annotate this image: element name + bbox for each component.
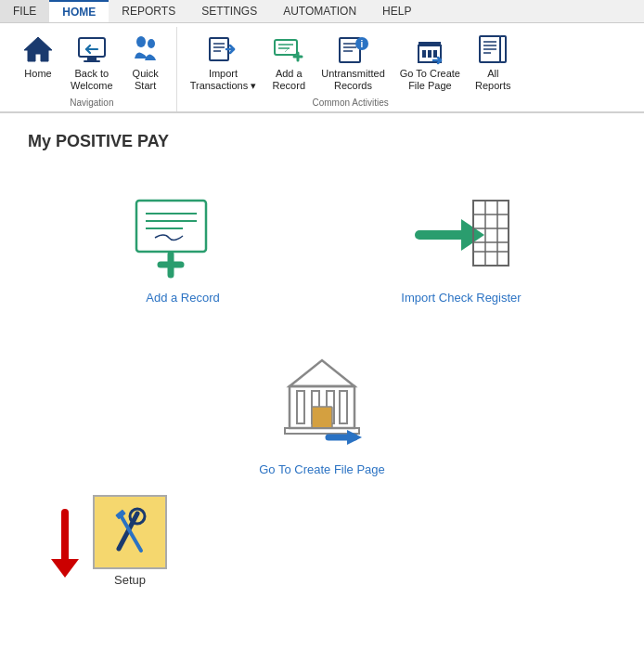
ribbon-home-button[interactable]: Home (15, 29, 61, 96)
ribbon-common-label: Common Activities (185, 98, 517, 110)
ribbon-allreports-label: AllReports (475, 68, 511, 92)
quickstart-icon (129, 32, 162, 66)
svg-rect-26 (428, 50, 431, 58)
reports-icon (476, 32, 509, 66)
add-record-icon (132, 188, 234, 281)
ribbon-untransmitted-label: UntransmittedRecords (321, 68, 384, 92)
add-record-label: Add a Record (146, 291, 220, 305)
svg-rect-27 (433, 50, 437, 58)
ribbon-addrecord-button[interactable]: Add aRecord (265, 29, 312, 96)
setup-label: Setup (114, 573, 146, 587)
createfile-icon (413, 32, 446, 66)
svg-rect-29 (500, 36, 506, 62)
untransmitted-icon: i (337, 32, 370, 66)
ribbon-quickstart-label: QuickStart (133, 68, 159, 92)
go-to-create-file-label: Go To Create File Page (259, 462, 385, 476)
svg-rect-3 (84, 60, 100, 62)
svg-rect-11 (275, 40, 297, 55)
svg-marker-0 (24, 37, 52, 61)
home-icon (21, 32, 55, 66)
page-content: My POSITIVE PAY Add a Record (0, 113, 644, 605)
menu-automation[interactable]: AUTOMATION (270, 0, 369, 22)
svg-rect-54 (312, 407, 332, 428)
menu-settings[interactable]: SETTINGS (188, 0, 270, 22)
ribbon-back-welcome-label: Back toWelcome (71, 68, 113, 92)
menu-reports[interactable]: REPORTS (109, 0, 188, 22)
go-to-create-file-card[interactable]: Go To Create File Page (250, 342, 394, 486)
ribbon-addrecord-label: Add aRecord (273, 68, 305, 92)
svg-rect-50 (297, 391, 304, 423)
add-record-card[interactable]: Add a Record (62, 179, 303, 314)
svg-rect-24 (419, 42, 441, 46)
menu-file[interactable]: FILE (0, 0, 49, 22)
svg-rect-25 (422, 50, 426, 58)
svg-rect-53 (340, 391, 347, 423)
ribbon-group-common: ImportTransactions ▾ Add aRecord (177, 27, 524, 111)
svg-rect-2 (87, 57, 97, 60)
import-check-register-card[interactable]: Import Check Register (341, 179, 582, 314)
ribbon-createfile-label: Go To CreateFile Page (400, 68, 460, 92)
page-title: My POSITIVE PAY (28, 132, 616, 151)
ribbon-untransmitted-button[interactable]: i UntransmittedRecords (316, 29, 390, 96)
setup-arrow (46, 508, 84, 582)
svg-rect-62 (115, 510, 126, 520)
ribbon-navigation-label: Navigation (15, 98, 169, 110)
menu-home[interactable]: HOME (49, 0, 109, 22)
setup-icon (93, 495, 167, 569)
ribbon-group-navigation: Home Back toWelcome (7, 27, 177, 111)
import-icon (206, 32, 239, 66)
ribbon-allreports-button[interactable]: AllReports (470, 29, 517, 96)
ribbon-back-welcome-button[interactable]: Back toWelcome (65, 29, 119, 96)
ribbon-common-buttons: ImportTransactions ▾ Add aRecord (185, 29, 517, 96)
ribbon: Home Back toWelcome (0, 23, 644, 113)
svg-rect-1 (79, 38, 105, 57)
import-check-register-icon (410, 188, 512, 281)
svg-text:i: i (360, 39, 363, 49)
ribbon-navigation-buttons: Home Back toWelcome (15, 29, 169, 96)
addrecord-icon (272, 32, 305, 66)
ribbon-import-label: ImportTransactions ▾ (190, 68, 257, 92)
svg-marker-58 (51, 559, 79, 578)
setup-card[interactable]: Setup (93, 495, 167, 587)
back-icon (75, 32, 109, 66)
menu-bar: FILE HOME REPORTS SETTINGS AUTOMATION HE… (0, 0, 644, 23)
import-check-register-label: Import Check Register (401, 291, 521, 305)
svg-marker-48 (290, 360, 354, 386)
go-to-create-file-icon (262, 351, 382, 453)
ribbon-import-button[interactable]: ImportTransactions ▾ (185, 29, 263, 96)
menu-help[interactable]: HELP (369, 0, 424, 22)
ribbon-quickstart-button[interactable]: QuickStart (122, 29, 169, 96)
ribbon-home-label: Home (24, 68, 51, 80)
svg-point-5 (136, 36, 146, 47)
svg-rect-34 (136, 201, 206, 252)
svg-point-6 (148, 39, 155, 48)
ribbon-createfile-button[interactable]: Go To CreateFile Page (394, 29, 466, 96)
